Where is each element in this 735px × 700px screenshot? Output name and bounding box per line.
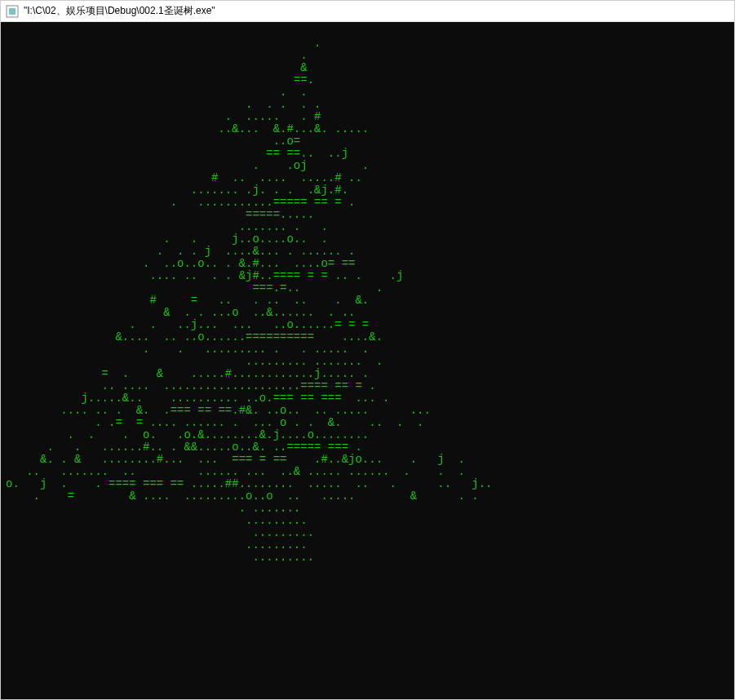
console-window: "I:\C\02、娱乐项目\Debug\002.1圣诞树.exe" . . & [0, 0, 735, 700]
svg-rect-1 [9, 8, 15, 15]
window-title: "I:\C\02、娱乐项目\Debug\002.1圣诞树.exe" [24, 4, 215, 18]
app-icon [6, 5, 19, 18]
titlebar[interactable]: "I:\C\02、娱乐项目\Debug\002.1圣诞树.exe" [1, 1, 734, 22]
console-output: . . & ==. . . [1, 22, 734, 699]
